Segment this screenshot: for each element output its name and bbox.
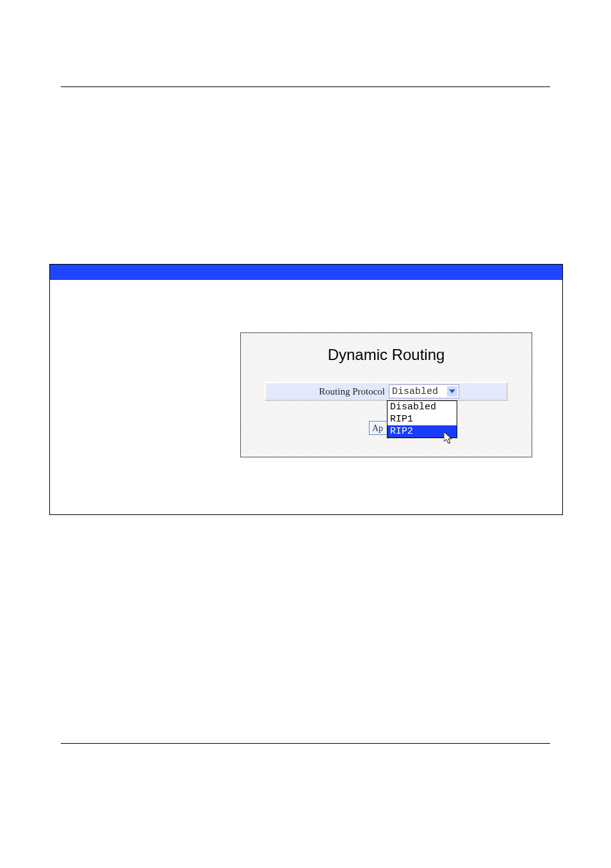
figure-container: Dynamic Routing Routing Protocol Disable… — [49, 264, 563, 515]
option-rip2[interactable]: RIP2 — [387, 425, 457, 438]
routing-protocol-label: Routing Protocol — [266, 386, 389, 397]
window-content: Dynamic Routing Routing Protocol Disable… — [50, 280, 562, 514]
routing-protocol-select-value: Disabled — [392, 386, 438, 397]
window-titlebar — [50, 265, 562, 280]
routing-protocol-select[interactable]: Disabled — [389, 384, 459, 398]
page-divider-bottom — [61, 743, 550, 744]
routing-protocol-options-list: Disabled RIP1 RIP2 — [387, 400, 457, 438]
apply-button[interactable]: Ap — [369, 421, 388, 435]
option-rip1[interactable]: RIP1 — [387, 413, 457, 425]
panel-title: Dynamic Routing — [241, 333, 532, 364]
dynamic-routing-panel: Dynamic Routing Routing Protocol Disable… — [240, 332, 532, 457]
chevron-down-icon[interactable] — [447, 386, 457, 397]
routing-protocol-row: Routing Protocol Disabled — [265, 382, 508, 401]
svg-marker-0 — [449, 389, 455, 393]
option-disabled[interactable]: Disabled — [387, 401, 457, 413]
page-divider-top — [61, 86, 550, 87]
